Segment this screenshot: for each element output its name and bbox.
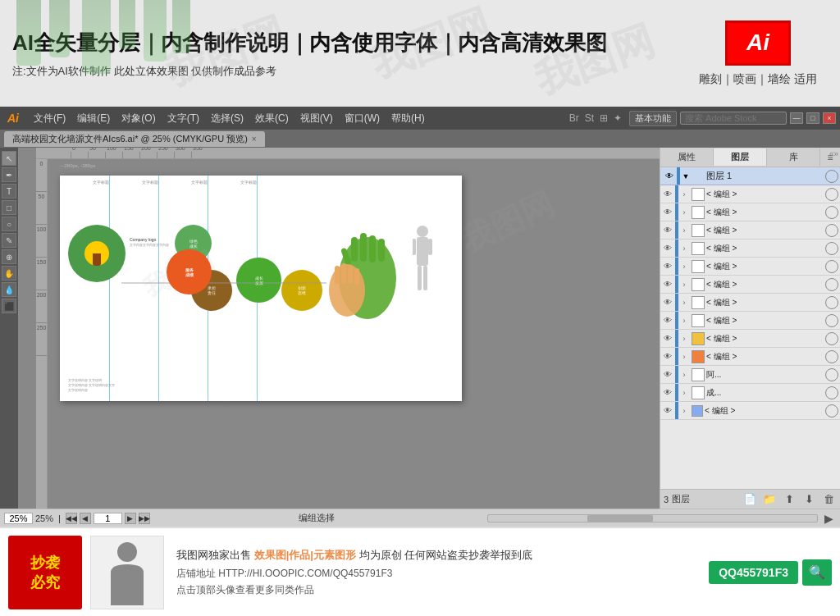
canvas-area[interactable]: 0 50 100 150 200 250 300 350 0 50 100 15…: [18, 148, 660, 509]
layer-row[interactable]: 👁 › < 编组 >: [660, 402, 840, 420]
layer-circle-2[interactable]: [825, 224, 838, 237]
layers-move-down-btn[interactable]: ⬇: [801, 493, 817, 505]
layer-row[interactable]: 👁 › < 编组 >: [660, 276, 840, 294]
zoom-tool[interactable]: ⊕: [2, 249, 16, 264]
layer-circle-11[interactable]: [825, 386, 838, 399]
layer-row[interactable]: 👁 › < 编组 >: [660, 240, 840, 258]
layer-expand-10[interactable]: ›: [678, 371, 690, 379]
layer-expand-1[interactable]: ›: [678, 208, 690, 217]
layer-circle-10[interactable]: [825, 368, 838, 381]
layer-group-header[interactable]: 👁 ▼ 图层 1: [660, 167, 840, 185]
layer-expand-12[interactable]: ›: [678, 407, 690, 415]
layer-eye-5[interactable]: 👁: [660, 280, 675, 289]
layer-circle-1[interactable]: [825, 206, 838, 219]
minimize-btn[interactable]: —: [790, 112, 803, 124]
layer-circle-3[interactable]: [825, 242, 838, 255]
layer-row[interactable]: 👁 › < 编组 >: [660, 330, 840, 348]
layer-expand-2[interactable]: ›: [678, 226, 690, 235]
layer-circle-4[interactable]: [825, 260, 838, 273]
layer-expand-11[interactable]: ›: [678, 389, 690, 397]
layer-expand-5[interactable]: ›: [678, 281, 690, 289]
rect-tool[interactable]: □: [2, 200, 16, 215]
eyedrop-tool[interactable]: 💧: [2, 282, 16, 297]
zoom-input[interactable]: [4, 513, 33, 524]
tab-properties[interactable]: 属性: [660, 148, 714, 166]
layer-row[interactable]: 👁 › 阿...: [660, 366, 840, 384]
close-btn[interactable]: ×: [823, 112, 836, 124]
layer-expand-4[interactable]: ›: [678, 262, 690, 271]
layer-expand-arrow[interactable]: ▼: [680, 172, 692, 180]
layer-expand-0[interactable]: ›: [678, 190, 690, 198]
menu-help[interactable]: 帮助(H): [386, 110, 430, 127]
layer-eye-2[interactable]: 👁: [660, 226, 675, 235]
file-tab[interactable]: 高端校园文化墙源文件AIcs6.ai* @ 25% (CMYK/GPU 预览) …: [4, 131, 265, 147]
select-tool[interactable]: ↖: [2, 151, 16, 166]
page-prev-btn[interactable]: ◀◀: [66, 513, 77, 524]
layer-circle-6[interactable]: [825, 296, 838, 309]
menu-text[interactable]: 文字(T): [162, 110, 204, 127]
page-num-input[interactable]: [94, 513, 122, 524]
layer-eye-6[interactable]: 👁: [660, 298, 675, 307]
design-canvas[interactable]: 文字标题 文字标题 文字标题 文字标题 Company logo 文字内容文: [60, 176, 462, 401]
text-tool[interactable]: T: [2, 184, 16, 198]
layer-row[interactable]: 👁 › < 编组 >: [660, 258, 840, 276]
brush-tool[interactable]: ✎: [2, 233, 16, 248]
maximize-btn[interactable]: □: [806, 112, 819, 124]
page-prev-step-btn[interactable]: ◀: [80, 513, 91, 524]
menu-effect[interactable]: 效果(C): [250, 110, 294, 127]
tab-layers[interactable]: 图层: [714, 148, 767, 166]
adobe-stock-search[interactable]: [680, 112, 787, 125]
layer-target-circle[interactable]: [825, 170, 838, 183]
layer-expand-9[interactable]: ›: [678, 353, 690, 361]
layer-eye-7[interactable]: 👁: [660, 316, 675, 325]
horizontal-scrollbar[interactable]: [487, 514, 818, 522]
layer-circle-8[interactable]: [825, 332, 838, 345]
layer-circle-0[interactable]: [825, 188, 838, 201]
layer-circle-5[interactable]: [825, 278, 838, 291]
layer-eye-0[interactable]: 👁: [660, 189, 675, 198]
pen-tool[interactable]: ✒: [2, 167, 16, 182]
layer-eye-12[interactable]: 👁: [660, 406, 675, 415]
menu-edit[interactable]: 编辑(E): [72, 110, 115, 127]
layer-circle-7[interactable]: [825, 314, 838, 327]
hand-tool[interactable]: ✋: [2, 266, 16, 281]
fill-tool[interactable]: ⬛: [2, 299, 16, 313]
layers-add-btn[interactable]: 📄: [742, 493, 758, 505]
menu-select[interactable]: 选择(S): [206, 110, 249, 127]
layer-row[interactable]: 👁 › < 编组 >: [660, 312, 840, 330]
layers-delete-btn[interactable]: 🗑: [820, 493, 837, 505]
layers-move-up-btn[interactable]: ⬆: [781, 493, 797, 505]
scroll-right-btn[interactable]: ▶: [824, 512, 833, 525]
layer-eye-3[interactable]: 👁: [660, 244, 675, 253]
menu-object[interactable]: 对象(O): [116, 110, 160, 127]
layer-row[interactable]: 👁 › < 编组 >: [660, 348, 840, 366]
page-next-step-btn[interactable]: ▶: [125, 513, 136, 524]
layer-row[interactable]: 👁 › < 编组 >: [660, 185, 840, 203]
layer-row[interactable]: 👁 › < 编组 >: [660, 221, 840, 240]
layer-row[interactable]: 👁 › < 编组 >: [660, 203, 840, 221]
page-next-btn[interactable]: ▶▶: [139, 513, 150, 524]
layer-eye-8[interactable]: 👁: [660, 334, 675, 343]
layers-folder-btn[interactable]: 📁: [761, 493, 778, 505]
scroll-thumb[interactable]: [587, 515, 653, 522]
layer-circle-12[interactable]: [825, 404, 838, 418]
layer-row[interactable]: 👁 › < 编组 >: [660, 294, 840, 312]
layer-eye-11[interactable]: 👁: [660, 388, 675, 397]
tab-close-btn[interactable]: ×: [252, 135, 257, 144]
menu-view[interactable]: 视图(V): [295, 110, 338, 127]
menu-file[interactable]: 文件(F): [29, 110, 71, 127]
tab-library[interactable]: 库: [767, 148, 820, 166]
layer-expand-3[interactable]: ›: [678, 244, 690, 253]
ellipse-tool[interactable]: ○: [2, 217, 16, 231]
layer-expand-6[interactable]: ›: [678, 299, 690, 307]
layer-eye-4[interactable]: 👁: [660, 262, 675, 271]
layer-row[interactable]: 👁 › 成...: [660, 384, 840, 402]
layer-visibility-eye[interactable]: 👁: [662, 171, 677, 180]
layer-eye-9[interactable]: 👁: [660, 352, 675, 361]
menu-window[interactable]: 窗口(W): [340, 110, 385, 127]
basic-func-btn[interactable]: 基本功能: [629, 111, 677, 126]
layer-expand-7[interactable]: ›: [678, 317, 690, 325]
layer-circle-9[interactable]: [825, 350, 838, 363]
footer-search-btn[interactable]: 🔍: [802, 559, 832, 586]
layer-expand-8[interactable]: ›: [678, 335, 690, 343]
